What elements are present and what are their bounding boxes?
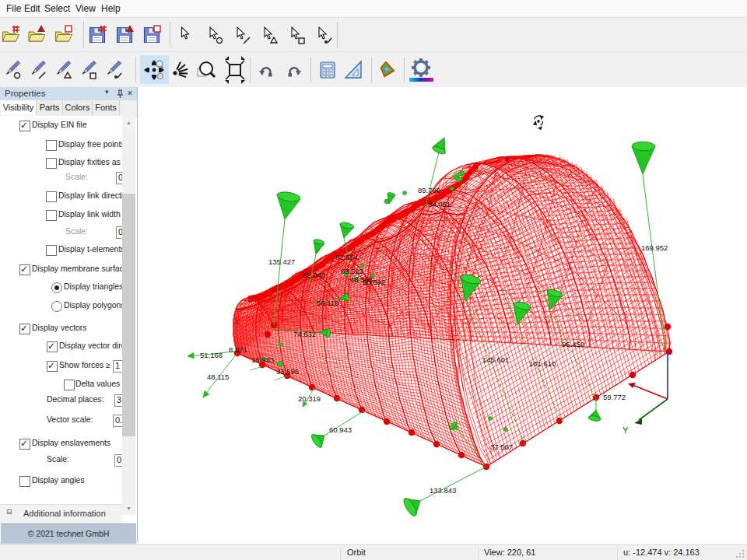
svg-text:20.319: 20.319 (298, 394, 321, 403)
svg-text:51.168: 51.168 (200, 351, 223, 359)
svg-text:96.450: 96.450 (562, 340, 584, 348)
svg-text:52.554: 52.554 (335, 253, 358, 261)
svg-text:135.427: 135.427 (268, 257, 295, 266)
svg-text:169.952: 169.952 (641, 243, 668, 252)
svg-text:50.119: 50.119 (317, 299, 338, 307)
svg-text:85.522: 85.522 (341, 267, 363, 275)
svg-text:62.046: 62.046 (303, 271, 325, 279)
svg-text:55.692: 55.692 (363, 278, 385, 286)
svg-text:133.843: 133.843 (430, 486, 456, 495)
svg-text:8.971: 8.971 (229, 345, 247, 354)
svg-text:74.632: 74.632 (293, 330, 316, 338)
svg-text:33.596: 33.596 (276, 367, 299, 376)
svg-text:84.051: 84.051 (428, 200, 451, 208)
svg-text:145.601: 145.601 (482, 355, 509, 364)
svg-text:48.115: 48.115 (207, 373, 229, 381)
svg-text:60.943: 60.943 (329, 425, 352, 434)
svg-text:Y: Y (622, 425, 629, 435)
svg-text:89.790: 89.790 (418, 186, 440, 194)
svg-text:59.772: 59.772 (603, 393, 626, 401)
svg-text:16.933: 16.933 (251, 355, 274, 364)
svg-text:37.567: 37.567 (490, 443, 513, 451)
svg-text:101.610: 101.610 (529, 359, 556, 368)
